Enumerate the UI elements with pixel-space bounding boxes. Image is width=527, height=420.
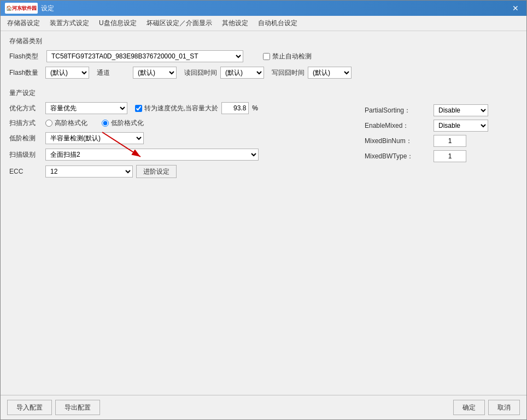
flash-count-label: Flash数量 bbox=[9, 68, 42, 78]
mixed-bin-num-row: MixedBinNum： 1 bbox=[365, 135, 518, 147]
mixed-bw-type-value: 1 bbox=[434, 150, 466, 162]
enable-mixed-select[interactable]: Disable Enable bbox=[434, 120, 488, 132]
low-format-label[interactable]: 低阶格式化 bbox=[102, 119, 144, 128]
low-detect-row: 低阶检测 半容量检测(默认) bbox=[9, 132, 365, 144]
cancel-button[interactable]: 取消 bbox=[488, 400, 520, 415]
mixed-bin-num-label: MixedBinNum： bbox=[365, 137, 430, 146]
main-window: 🏠河东软件园 设定 ✕ 存储器设定 装置方式设定 U盘信息设定 坏磁区设定／介面… bbox=[0, 0, 527, 420]
import-config-button[interactable]: 导入配置 bbox=[7, 400, 52, 415]
enable-mixed-row: EnableMixed： Disable Enable bbox=[365, 120, 518, 132]
speed-check-text: 转为速度优先,当容量大於 bbox=[144, 104, 218, 113]
close-button[interactable]: ✕ bbox=[509, 3, 522, 14]
flash-type-select[interactable]: TC58TFG9T23TA0D_983E98B376720000_01_ST bbox=[46, 50, 243, 62]
flash-type-row: Flash类型 TC58TFG9T23TA0D_983E98B376720000… bbox=[9, 50, 518, 62]
partial-sorting-row: PartialSorting： Disable Enable bbox=[365, 104, 518, 116]
mixed-bw-type-label: MixedBWType： bbox=[365, 152, 430, 161]
disable-auto-detect-checkbox-label[interactable]: 禁止自动检测 bbox=[263, 52, 312, 61]
low-format-radio[interactable] bbox=[102, 120, 109, 127]
low-detect-select[interactable]: 半容量检测(默认) bbox=[45, 132, 144, 144]
menu-storage[interactable]: 存储器设定 bbox=[3, 17, 44, 29]
logo-text: 🏠河东软件园 bbox=[6, 5, 37, 12]
read-time-label: 读回囧时间 bbox=[184, 68, 217, 78]
disable-auto-detect-checkbox[interactable] bbox=[263, 53, 270, 60]
write-time-label: 写回囧时间 bbox=[272, 68, 305, 78]
menu-udisk-info[interactable]: U盘信息设定 bbox=[95, 17, 141, 29]
disable-auto-detect-label: 禁止自动检测 bbox=[272, 52, 312, 61]
menu-bar: 存储器设定 装置方式设定 U盘信息设定 坏磁区设定／介面显示 其他设定 自动机台… bbox=[1, 16, 526, 31]
scan-method-label: 扫描方式 bbox=[9, 119, 42, 128]
speed-check-checkbox[interactable] bbox=[135, 105, 142, 112]
optimize-select[interactable]: 容量优先 bbox=[45, 102, 127, 114]
left-column: 优化方式 容量优先 转为速度优先,当容量大於 93.8 % 扫描方式 bbox=[9, 102, 365, 182]
speed-value-input[interactable]: 93.8 bbox=[221, 102, 249, 114]
flash-count-row: Flash数量 (默认) 通道 (默认) 读回囧时间 (默认) 写回囧时间 (默… bbox=[9, 67, 518, 79]
menu-other[interactable]: 其他设定 bbox=[218, 17, 253, 29]
menu-device-mode[interactable]: 装置方式设定 bbox=[45, 17, 93, 29]
ecc-label: ECC bbox=[9, 168, 42, 175]
ok-button[interactable]: 确定 bbox=[453, 400, 485, 415]
scan-level-label: 扫描级别 bbox=[9, 150, 42, 159]
menu-bad-sector[interactable]: 坏磁区设定／介面显示 bbox=[142, 17, 216, 29]
optimize-label: 优化方式 bbox=[9, 104, 42, 113]
mixed-bw-type-row: MixedBWType： 1 bbox=[365, 150, 518, 162]
ecc-select[interactable]: 12 bbox=[45, 165, 133, 178]
advanced-button[interactable]: 进阶设定 bbox=[136, 165, 177, 178]
partial-sorting-label: PartialSorting： bbox=[365, 106, 430, 115]
ecc-row: ECC 12 进阶设定 bbox=[9, 165, 365, 178]
channel-label: 通道 bbox=[97, 68, 130, 78]
high-format-label[interactable]: 高阶格式化 bbox=[45, 119, 87, 128]
low-detect-label: 低阶检测 bbox=[9, 134, 42, 143]
window-title: 设定 bbox=[41, 4, 54, 13]
scan-level-select[interactable]: 全面扫描2 bbox=[45, 149, 259, 161]
mixed-bin-num-value: 1 bbox=[434, 135, 466, 147]
scan-level-row: 扫描级别 全面扫描2 bbox=[9, 149, 365, 161]
speed-check-label[interactable]: 转为速度优先,当容量大於 bbox=[135, 104, 218, 113]
title-bar-left: 🏠河东软件园 设定 bbox=[5, 3, 54, 14]
bottom-bar: 导入配置 导出配置 确定 取消 bbox=[1, 395, 526, 419]
title-bar: 🏠河东软件园 设定 ✕ bbox=[1, 1, 526, 16]
export-config-button[interactable]: 导出配置 bbox=[55, 400, 100, 415]
optimize-row: 优化方式 容量优先 转为速度优先,当容量大於 93.8 % bbox=[9, 102, 365, 114]
percent-label: % bbox=[252, 104, 258, 112]
menu-auto-machine[interactable]: 自动机台设定 bbox=[254, 17, 302, 29]
enable-mixed-label: EnableMixed： bbox=[365, 121, 430, 131]
flash-count-select[interactable]: (默认) bbox=[45, 67, 89, 79]
flash-type-label: Flash类型 bbox=[9, 52, 42, 61]
logo: 🏠河东软件园 bbox=[5, 3, 38, 14]
write-time-select[interactable]: (默认) bbox=[308, 67, 352, 79]
mass-production-area: 优化方式 容量优先 转为速度优先,当容量大於 93.8 % 扫描方式 bbox=[9, 102, 518, 182]
partial-sorting-select[interactable]: Disable Enable bbox=[434, 104, 488, 116]
mass-section-title: 量产设定 bbox=[9, 88, 518, 98]
high-format-text: 高阶格式化 bbox=[55, 119, 87, 128]
read-time-select[interactable]: (默认) bbox=[220, 67, 264, 79]
right-column: PartialSorting： Disable Enable EnableMix… bbox=[365, 102, 518, 182]
low-format-text: 低阶格式化 bbox=[111, 119, 144, 128]
scan-method-row: 扫描方式 高阶格式化 低阶格式化 bbox=[9, 119, 365, 128]
bottom-right-buttons: 确定 取消 bbox=[453, 400, 520, 415]
storage-section-title: 存储器类别 bbox=[9, 37, 518, 46]
bottom-left-buttons: 导入配置 导出配置 bbox=[7, 400, 100, 415]
high-format-radio[interactable] bbox=[45, 120, 52, 127]
channel-select[interactable]: (默认) bbox=[133, 67, 177, 79]
content-area: 存储器类别 Flash类型 TC58TFG9T23TA0D_983E98B376… bbox=[1, 31, 526, 395]
